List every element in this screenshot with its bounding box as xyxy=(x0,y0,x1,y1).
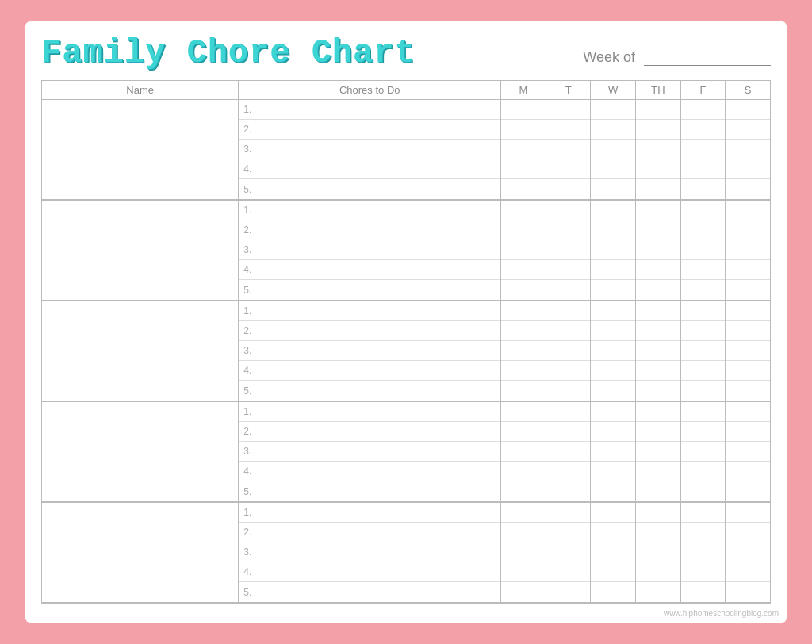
name-cell-2[interactable] xyxy=(42,301,239,401)
check-box-2-5-2[interactable] xyxy=(726,341,770,361)
check-box-0-4-0[interactable] xyxy=(681,100,726,120)
check-box-0-1-2[interactable] xyxy=(546,140,591,159)
check-box-4-1-3[interactable] xyxy=(546,562,591,582)
check-box-1-5-1[interactable] xyxy=(726,220,770,240)
check-box-2-5-4[interactable] xyxy=(726,381,770,401)
check-box-4-3-3[interactable] xyxy=(636,562,680,582)
check-box-4-1-4[interactable] xyxy=(546,582,591,602)
check-box-4-4-0[interactable] xyxy=(681,503,726,523)
check-box-1-0-1[interactable] xyxy=(501,220,546,240)
check-box-4-1-0[interactable] xyxy=(546,503,591,523)
check-box-4-5-4[interactable] xyxy=(726,582,770,602)
chore-item-1-3[interactable]: 4. xyxy=(239,260,500,280)
check-box-1-4-0[interactable] xyxy=(681,201,726,220)
check-box-1-0-2[interactable] xyxy=(501,240,546,260)
check-box-4-4-1[interactable] xyxy=(681,523,726,542)
name-cell-4[interactable] xyxy=(42,502,239,603)
check-box-3-5-4[interactable] xyxy=(726,481,770,501)
check-box-3-2-1[interactable] xyxy=(591,422,635,442)
check-box-3-2-4[interactable] xyxy=(591,481,635,501)
chore-item-3-3[interactable]: 4. xyxy=(239,462,500,481)
check-box-2-0-0[interactable] xyxy=(501,301,546,321)
chore-item-1-1[interactable]: 2. xyxy=(239,220,500,240)
check-box-4-2-4[interactable] xyxy=(591,582,635,602)
check-box-1-3-1[interactable] xyxy=(636,220,680,240)
check-box-1-5-4[interactable] xyxy=(726,280,770,300)
check-box-2-1-2[interactable] xyxy=(546,341,591,361)
check-box-0-3-2[interactable] xyxy=(636,140,680,159)
check-box-1-4-2[interactable] xyxy=(681,240,726,260)
check-box-0-2-1[interactable] xyxy=(591,120,635,140)
check-box-1-1-3[interactable] xyxy=(546,260,591,280)
chore-item-4-2[interactable]: 3. xyxy=(239,542,500,562)
check-box-0-4-3[interactable] xyxy=(681,159,726,179)
check-box-4-4-2[interactable] xyxy=(681,542,726,562)
check-box-2-3-2[interactable] xyxy=(636,341,680,361)
chore-item-4-4[interactable]: 5. xyxy=(239,582,500,602)
check-box-1-3-4[interactable] xyxy=(636,280,680,300)
check-box-2-3-4[interactable] xyxy=(636,381,680,401)
check-box-0-1-0[interactable] xyxy=(546,100,591,120)
check-box-2-4-3[interactable] xyxy=(681,361,726,381)
chore-item-3-1[interactable]: 2. xyxy=(239,422,500,442)
check-box-3-4-3[interactable] xyxy=(681,462,726,481)
check-box-2-1-1[interactable] xyxy=(546,321,591,341)
chore-item-4-3[interactable]: 4. xyxy=(239,562,500,582)
check-box-4-3-0[interactable] xyxy=(636,503,680,523)
check-box-2-4-4[interactable] xyxy=(681,381,726,401)
check-box-1-4-4[interactable] xyxy=(681,280,726,300)
check-box-3-3-4[interactable] xyxy=(636,481,680,501)
check-box-4-2-2[interactable] xyxy=(591,542,635,562)
check-box-3-2-0[interactable] xyxy=(591,402,635,422)
check-box-2-4-2[interactable] xyxy=(681,341,726,361)
check-box-4-0-2[interactable] xyxy=(501,542,546,562)
check-box-3-5-2[interactable] xyxy=(726,442,770,462)
check-box-0-3-4[interactable] xyxy=(636,179,680,199)
check-box-4-2-1[interactable] xyxy=(591,523,635,542)
check-box-3-3-1[interactable] xyxy=(636,422,680,442)
check-box-3-0-3[interactable] xyxy=(501,462,546,481)
check-box-3-0-2[interactable] xyxy=(501,442,546,462)
chore-item-4-0[interactable]: 1. xyxy=(239,503,500,523)
check-box-4-3-4[interactable] xyxy=(636,582,680,602)
check-box-0-1-3[interactable] xyxy=(546,159,591,179)
check-box-0-2-4[interactable] xyxy=(591,179,635,199)
check-box-4-4-4[interactable] xyxy=(681,582,726,602)
check-box-0-0-3[interactable] xyxy=(501,159,546,179)
chore-item-0-0[interactable]: 1. xyxy=(239,100,500,120)
check-box-0-1-1[interactable] xyxy=(546,120,591,140)
check-box-2-0-1[interactable] xyxy=(501,321,546,341)
check-box-4-1-2[interactable] xyxy=(546,542,591,562)
check-box-1-4-3[interactable] xyxy=(681,260,726,280)
check-box-4-5-1[interactable] xyxy=(726,523,770,542)
chore-item-2-2[interactable]: 3. xyxy=(239,341,500,361)
check-box-2-2-4[interactable] xyxy=(591,381,635,401)
check-box-0-2-0[interactable] xyxy=(591,100,635,120)
check-box-1-1-2[interactable] xyxy=(546,240,591,260)
check-box-1-2-3[interactable] xyxy=(591,260,635,280)
chore-item-0-1[interactable]: 2. xyxy=(239,120,500,140)
check-box-0-1-4[interactable] xyxy=(546,179,591,199)
check-box-0-0-1[interactable] xyxy=(501,120,546,140)
chore-item-2-0[interactable]: 1. xyxy=(239,301,500,321)
check-box-0-4-1[interactable] xyxy=(681,120,726,140)
check-box-0-2-2[interactable] xyxy=(591,140,635,159)
check-box-1-5-0[interactable] xyxy=(726,201,770,220)
check-box-3-1-3[interactable] xyxy=(546,462,591,481)
check-box-0-0-2[interactable] xyxy=(501,140,546,159)
check-box-4-0-1[interactable] xyxy=(501,523,546,542)
check-box-4-5-2[interactable] xyxy=(726,542,770,562)
check-box-2-1-4[interactable] xyxy=(546,381,591,401)
check-box-3-1-2[interactable] xyxy=(546,442,591,462)
check-box-3-2-3[interactable] xyxy=(591,462,635,481)
check-box-1-2-0[interactable] xyxy=(591,201,635,220)
check-box-1-0-4[interactable] xyxy=(501,280,546,300)
check-box-1-1-0[interactable] xyxy=(546,201,591,220)
check-box-4-5-3[interactable] xyxy=(726,562,770,582)
check-box-4-1-1[interactable] xyxy=(546,523,591,542)
check-box-4-3-2[interactable] xyxy=(636,542,680,562)
check-box-1-3-0[interactable] xyxy=(636,201,680,220)
check-box-2-3-0[interactable] xyxy=(636,301,680,321)
check-box-1-2-1[interactable] xyxy=(591,220,635,240)
check-box-2-1-3[interactable] xyxy=(546,361,591,381)
